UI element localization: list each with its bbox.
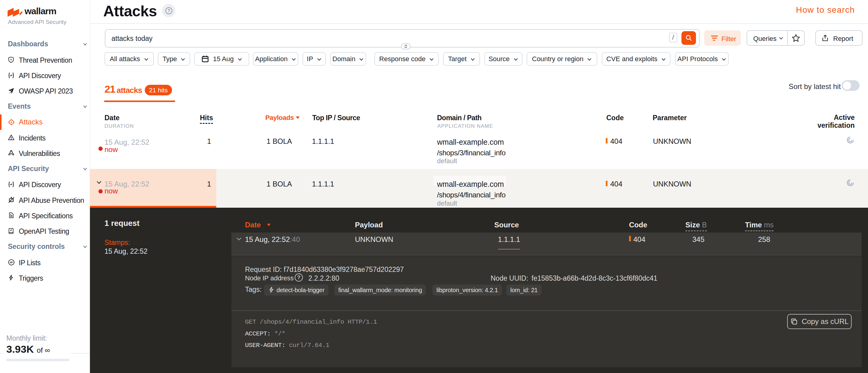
svg-text:IP: IP [10,261,13,264]
